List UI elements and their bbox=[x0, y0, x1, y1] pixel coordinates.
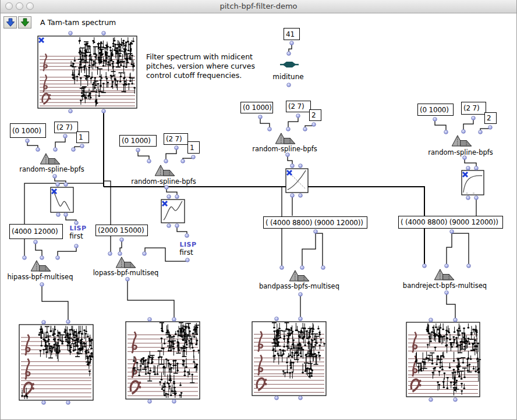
patch-cord[interactable] bbox=[480, 129, 490, 130]
patch-cord[interactable] bbox=[145, 248, 187, 261]
patch-cords-layer bbox=[1, 0, 517, 420]
patch-cord[interactable] bbox=[36, 243, 42, 257]
patch-cord[interactable] bbox=[288, 117, 298, 128]
patch-cord[interactable] bbox=[260, 118, 270, 128]
patch-cord[interactable] bbox=[55, 177, 66, 183]
patch-cord[interactable] bbox=[128, 280, 174, 318]
patch-cord[interactable] bbox=[465, 159, 476, 167]
patch-cord[interactable] bbox=[447, 294, 455, 318]
patch-cord[interactable] bbox=[55, 137, 65, 148]
patch-cord[interactable] bbox=[463, 119, 473, 130]
blue-down-arrow-button[interactable] bbox=[3, 16, 17, 29]
patch-cord[interactable] bbox=[104, 181, 111, 252]
patch-cord[interactable] bbox=[177, 227, 187, 234]
titlebar: pitch-bpf-filter-demo bbox=[1, 0, 516, 13]
patch-cord[interactable] bbox=[305, 126, 314, 128]
patch-title: A Tam-tam spectrum bbox=[40, 18, 116, 27]
patch-cord[interactable] bbox=[42, 286, 68, 321]
patch-cord[interactable] bbox=[138, 151, 149, 160]
patch-cord[interactable] bbox=[288, 156, 292, 165]
patch-cord[interactable] bbox=[66, 216, 76, 222]
patch-cord[interactable] bbox=[75, 147, 82, 148]
patch-cord[interactable] bbox=[24, 183, 104, 257]
patch-cord[interactable] bbox=[166, 149, 176, 160]
green-down-arrow-icon bbox=[19, 17, 31, 28]
om-patch-window: Filter spectrum with midicentpitches, ve… bbox=[0, 0, 517, 420]
patch-cord[interactable] bbox=[452, 233, 469, 264]
patch-cord[interactable] bbox=[167, 188, 177, 195]
patch-cord[interactable] bbox=[316, 233, 323, 266]
window-title: pitch-bpf-filter-demo bbox=[1, 0, 516, 12]
patch-cord[interactable] bbox=[302, 233, 316, 266]
blue-down-arrow-icon bbox=[5, 17, 16, 28]
patch-cord[interactable] bbox=[289, 44, 292, 52]
patch-cord[interactable] bbox=[104, 187, 424, 265]
patch-cord[interactable] bbox=[58, 247, 76, 257]
patch-cord[interactable] bbox=[27, 142, 38, 148]
patch-cord[interactable] bbox=[120, 241, 122, 252]
green-down-arrow-button[interactable] bbox=[18, 16, 31, 29]
patch-cord[interactable] bbox=[183, 158, 193, 160]
patch-cord[interactable] bbox=[435, 120, 446, 130]
patch-cord[interactable] bbox=[447, 233, 452, 264]
